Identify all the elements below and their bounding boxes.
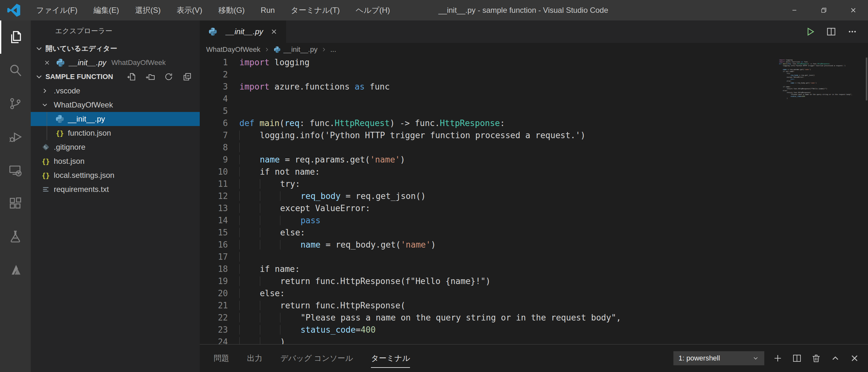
line-number[interactable]: 13 [200,202,228,214]
json-file-icon: {} [41,157,51,166]
activity-source-control-icon[interactable] [0,87,31,120]
new-folder-icon[interactable] [145,72,155,81]
line-number[interactable]: 12 [200,190,228,202]
breadcrumb-label: WhatDayOfWeek [206,45,260,54]
scrollbar[interactable] [866,58,867,100]
menu-item-2[interactable]: 選択(S) [127,0,169,21]
line-number[interactable]: 24 [200,336,228,344]
sample-function-header[interactable]: SAMPLE FUNCTION [31,70,200,84]
activity-run-debug-icon[interactable] [0,120,31,154]
tab-init-py[interactable]: __init__.py [200,21,286,43]
minimize-button[interactable] [780,0,809,21]
breadcrumb-item-2[interactable]: ... [330,45,336,54]
line-number[interactable]: 20 [200,287,228,299]
open-editor-item[interactable]: __init__.py WhatDayOfWeek [31,56,200,70]
panel-tab-0[interactable]: 問題 [214,344,229,372]
maximize-panel-icon[interactable] [830,353,840,363]
more-actions-icon[interactable] [847,26,858,37]
terminal-select[interactable]: 1: powershell [673,351,764,365]
line-number[interactable]: 18 [200,263,228,275]
line-number[interactable]: 22 [200,311,228,324]
activity-testing-icon[interactable] [0,220,31,253]
line-number[interactable]: 11 [200,178,228,190]
activity-explorer-icon[interactable] [0,21,31,54]
line-number[interactable]: 23 [200,324,228,336]
line-number[interactable]: 2 [200,68,228,80]
vscode-logo-icon [7,3,21,17]
line-number[interactable]: 4 [200,93,228,105]
chevron-right-icon [264,46,270,53]
line-number[interactable]: 6 [200,117,228,129]
chevron-right-icon [41,87,51,95]
panel-actions [773,353,860,363]
kill-terminal-icon[interactable] [811,353,821,363]
tree-item-function.json[interactable]: {}function.json [31,126,200,140]
sidebar-title: エクスプローラー [31,21,200,42]
menu-item-0[interactable]: ファイル(F) [28,0,86,21]
line-number[interactable]: 17 [200,251,228,263]
open-editors-header[interactable]: 開いているエディター [31,42,200,56]
tree-item-label: function.json [68,129,111,138]
panel-tab-1[interactable]: 出力 [247,344,262,372]
line-number[interactable]: 5 [200,105,228,117]
python-file-icon [208,27,218,36]
line-number[interactable]: 8 [200,141,228,154]
refresh-icon[interactable] [164,72,174,81]
line-number[interactable]: 3 [200,80,228,93]
panel-tab-2[interactable]: デバッグ コンソール [280,344,353,372]
code-content[interactable]: 1import logging23import azure.functions … [200,56,868,344]
line-number[interactable]: 16 [200,239,228,251]
line-number[interactable]: 19 [200,275,228,287]
restore-button[interactable] [809,0,839,21]
line-number[interactable]: 10 [200,166,228,178]
tree-item-.gitignore[interactable]: .gitignore [31,140,200,154]
breadcrumb-item-0[interactable]: WhatDayOfWeek [206,45,260,54]
tree-item-WhatDayOfWeek[interactable]: WhatDayOfWeek [31,98,200,112]
menu-item-6[interactable]: ターミナル(T) [283,0,348,21]
panel-right: 1: powershell [673,344,868,372]
breadcrumb-item-1[interactable]: __init__.py [273,45,317,54]
split-editor-icon[interactable] [826,26,837,37]
run-icon[interactable] [805,26,815,37]
menu-item-3[interactable]: 表示(V) [169,0,210,21]
split-terminal-icon[interactable] [792,353,802,363]
close-icon[interactable] [43,59,51,66]
new-file-icon[interactable] [127,72,136,81]
line-number[interactable]: 9 [200,154,228,166]
tree-item-label: requirements.txt [54,185,109,194]
python-file-icon [56,58,65,67]
menu-item-7[interactable]: ヘルプ(H) [348,0,398,21]
tree-item-__init__.py[interactable]: __init__.py [31,112,200,126]
tree-item-host.json[interactable]: {}host.json [31,154,200,168]
line-number[interactable]: 15 [200,227,228,239]
new-terminal-icon[interactable] [773,353,783,363]
open-editors-label: 開いているエディター [45,44,117,54]
close-icon[interactable] [270,28,278,35]
activity-remote-explorer-icon[interactable] [0,154,31,187]
menu-item-1[interactable]: 編集(E) [86,0,127,21]
collapse-all-icon[interactable] [182,72,192,81]
close-button[interactable] [839,0,868,21]
close-panel-icon[interactable] [849,353,860,363]
editor-group: __init__.py WhatDayOfWeek__init__.py... … [200,21,868,372]
menu-item-5[interactable]: Run [253,0,283,21]
line-number[interactable]: 7 [200,129,228,141]
breadcrumb: WhatDayOfWeek__init__.py... [200,43,868,56]
line-number[interactable]: 21 [200,299,228,311]
chevron-down-icon [752,355,759,362]
line-number[interactable]: 14 [200,214,228,227]
panel-tab-3[interactable]: ターミナル [371,344,410,372]
menu-item-4[interactable]: 移動(G) [210,0,253,21]
tree-item-.vscode[interactable]: .vscode [31,84,200,98]
git-file-icon [41,142,51,152]
activity-search-icon[interactable] [0,54,31,87]
tree-item-local.settings.json[interactable]: {}local.settings.json [31,168,200,182]
minimap[interactable]: import loggingimport azure.functions as … [779,59,863,99]
activity-azure-icon[interactable] [0,253,31,286]
line-number[interactable]: 1 [200,56,228,68]
tree-item-requirements.txt[interactable]: requirements.txt [31,182,200,196]
window-controls [780,0,868,21]
tree-item-label: host.json [54,157,85,166]
activity-extensions-icon[interactable] [0,187,31,220]
code-editor[interactable]: 1import logging23import azure.functions … [200,56,868,344]
